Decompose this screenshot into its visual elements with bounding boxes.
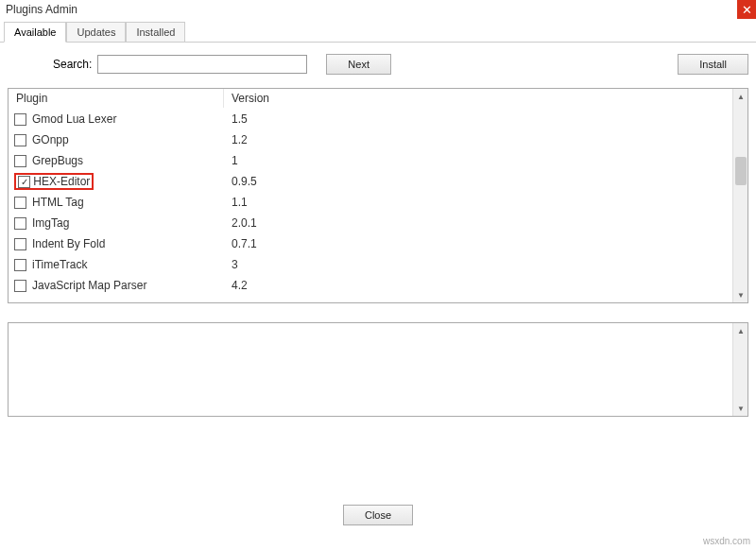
cell-version: 0.9.5 [224, 175, 747, 188]
watermark: wsxdn.com [703, 536, 750, 546]
cell-version: 2.0.1 [224, 216, 747, 230]
checkbox[interactable] [14, 259, 26, 271]
checkbox[interactable] [14, 217, 26, 230]
table-row[interactable]: GrepBugs1 [9, 150, 747, 171]
plugin-name: HEX-Editor [33, 175, 90, 188]
cell-version: 1.5 [224, 112, 747, 126]
plugin-name: Indent By Fold [32, 237, 105, 250]
tabs: Available Updates Installed [0, 21, 756, 42]
plugin-name: HTML Tag [32, 196, 84, 209]
table-row[interactable]: HTML Tag1.1 [9, 192, 747, 213]
cell-plugin: iTimeTrack [9, 258, 224, 271]
table-body: Gmod Lua Lexer1.5GOnpp1.2GrepBugs1✓ HEX-… [9, 109, 747, 296]
cell-version: 0.7.1 [224, 237, 747, 250]
column-plugin[interactable]: Plugin [9, 89, 224, 108]
cell-plugin: HTML Tag [9, 196, 224, 209]
cell-plugin: GOnpp [9, 133, 224, 146]
window-close-button[interactable]: ✕ [737, 0, 756, 19]
checkbox[interactable] [14, 134, 26, 146]
cell-plugin: Gmod Lua Lexer [9, 112, 224, 126]
search-label: Search: [53, 58, 92, 71]
search-row: Search: Next Install [8, 54, 748, 75]
cell-version: 1.2 [224, 133, 747, 146]
plugin-name: GrepBugs [32, 154, 83, 167]
cell-plugin: ✓ HEX-Editor [9, 173, 224, 190]
scroll-up-icon[interactable]: ▲ [733, 323, 748, 338]
close-icon: ✕ [742, 3, 752, 17]
footer: Close [0, 505, 756, 525]
window-title: Plugins Admin [6, 3, 77, 16]
scroll-up-icon[interactable]: ▲ [733, 89, 748, 104]
table-row[interactable]: GOnpp1.2 [9, 129, 747, 150]
cell-plugin: ImgTag [9, 216, 224, 230]
scroll-down-icon[interactable]: ▼ [733, 287, 748, 302]
table-header: Plugin Version [9, 89, 747, 109]
table-row[interactable]: JavaScript Map Parser4.2 [9, 275, 747, 296]
plugin-name: GOnpp [32, 133, 69, 146]
checkbox[interactable] [14, 238, 26, 250]
table-row[interactable]: Indent By Fold0.7.1 [9, 233, 747, 254]
next-button[interactable]: Next [326, 54, 391, 75]
install-button[interactable]: Install [678, 54, 748, 75]
desc-scrollbar[interactable]: ▲ ▼ [732, 323, 747, 416]
plugin-name: JavaScript Map Parser [32, 279, 146, 292]
description-box: ▲ ▼ [8, 322, 748, 417]
cell-version: 3 [224, 258, 747, 271]
checkbox[interactable] [14, 155, 26, 167]
close-button[interactable]: Close [343, 505, 413, 525]
cell-version: 1.1 [224, 196, 747, 209]
cell-version: 1 [224, 154, 747, 167]
table-row[interactable]: ImgTag2.0.1 [9, 213, 747, 233]
tab-updates[interactable]: Updates [66, 22, 126, 43]
cell-plugin: JavaScript Map Parser [9, 279, 224, 292]
plugin-table: Plugin Version Gmod Lua Lexer1.5GOnpp1.2… [8, 88, 748, 303]
plugin-name: ImgTag [32, 216, 69, 230]
table-row[interactable]: ✓ HEX-Editor0.9.5 [9, 171, 747, 192]
search-input[interactable] [97, 55, 307, 74]
scrollbar[interactable]: ▲ ▼ [732, 89, 747, 302]
tab-installed[interactable]: Installed [126, 22, 185, 43]
highlight-box: ✓ HEX-Editor [14, 173, 94, 190]
tab-available[interactable]: Available [4, 22, 66, 43]
content: Search: Next Install Plugin Version Gmod… [0, 42, 756, 417]
plugin-name: Gmod Lua Lexer [32, 112, 116, 126]
checkbox[interactable] [14, 197, 26, 209]
checkbox[interactable] [14, 280, 26, 292]
cell-plugin: Indent By Fold [9, 237, 224, 250]
titlebar: Plugins Admin [0, 0, 756, 19]
scroll-down-icon[interactable]: ▼ [733, 401, 748, 416]
cell-plugin: GrepBugs [9, 154, 224, 167]
checkbox[interactable]: ✓ [18, 176, 30, 188]
table-row[interactable]: Gmod Lua Lexer1.5 [9, 109, 747, 129]
table-row[interactable]: iTimeTrack3 [9, 254, 747, 275]
cell-version: 4.2 [224, 279, 747, 292]
checkbox[interactable] [14, 113, 26, 126]
scroll-thumb[interactable] [735, 157, 747, 185]
plugin-name: iTimeTrack [32, 258, 87, 271]
column-version[interactable]: Version [224, 89, 747, 108]
